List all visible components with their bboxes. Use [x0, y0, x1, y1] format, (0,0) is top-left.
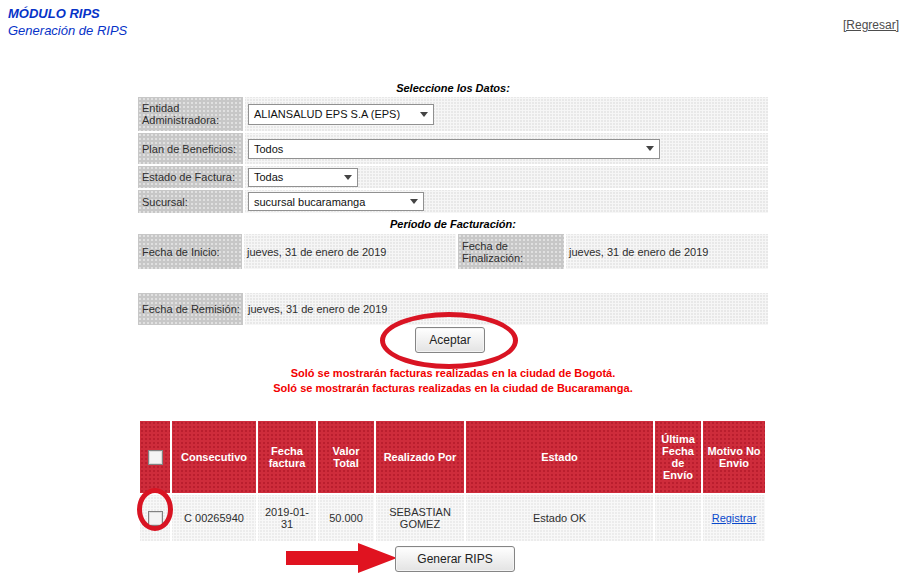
- estado-select[interactable]: Todas: [248, 168, 358, 187]
- col-header-realizado-por: Realizado Por: [376, 421, 464, 493]
- fecha-inicio-value[interactable]: jueves, 31 de enero de 2019: [244, 234, 456, 269]
- fecha-inicio-label: Fecha de Inicio:: [138, 234, 242, 269]
- back-link[interactable]: [Regresar]: [843, 18, 899, 32]
- cell-realizado-por: SEBASTIAN GOMEZ: [376, 495, 464, 541]
- form-row-plan: Plan de Beneficios: Todos: [138, 133, 768, 164]
- col-header-consecutivo: Consecutivo: [172, 421, 256, 493]
- form-row-sucursal: Sucursal: sucursal bucaramanga: [138, 190, 768, 213]
- sucursal-label: Sucursal:: [138, 190, 243, 213]
- section-title: Seleccione los Datos:: [138, 82, 768, 94]
- form-row-estado: Estado de Factura: Todas: [138, 166, 768, 188]
- row-checkbox[interactable]: [148, 511, 163, 526]
- plan-select[interactable]: Todos: [248, 139, 660, 159]
- page-title: MÓDULO RIPS: [8, 6, 100, 21]
- sucursal-field-cell: sucursal bucaramanga: [245, 190, 768, 213]
- entidad-field-cell: ALIANSALUD EPS S.A (EPS): [245, 97, 768, 131]
- entidad-select-value: ALIANSALUD EPS S.A (EPS): [254, 108, 400, 120]
- row-checkbox-cell: [140, 495, 170, 541]
- select-all-header-cell: [140, 421, 170, 493]
- cell-ultima-fecha-envio: [655, 495, 701, 541]
- sucursal-select-value: sucursal bucaramanga: [254, 196, 365, 208]
- chevron-down-icon: [420, 112, 428, 117]
- cell-consecutivo: C 00265940: [172, 495, 256, 541]
- cell-fecha-factura: 2019-01-31: [258, 495, 316, 541]
- sucursal-select[interactable]: sucursal bucaramanga: [248, 192, 424, 211]
- chevron-down-icon: [646, 146, 654, 151]
- spacer: [138, 271, 768, 293]
- chevron-down-icon: [410, 199, 418, 204]
- estado-field-cell: Todas: [245, 166, 768, 188]
- cell-estado: Estado OK: [466, 495, 653, 541]
- plan-select-value: Todos: [254, 143, 283, 155]
- select-all-checkbox[interactable]: [148, 450, 163, 465]
- rips-generation-page: MÓDULO RIPS Generación de RIPS [Regresar…: [0, 0, 907, 578]
- warning-messages: Soló se mostrarán facturas realizadas en…: [108, 366, 798, 396]
- red-arrow-annotation: [286, 542, 398, 574]
- col-header-estado: Estado: [466, 421, 653, 493]
- table-header-row: Consecutivo Fecha factura Valor Total Re…: [140, 421, 765, 493]
- table-row: C 00265940 2019-01-31 50.000 SEBASTIAN G…: [140, 495, 765, 541]
- entidad-label: Entidad Administradora:: [138, 97, 243, 131]
- registrar-link[interactable]: Registrar: [712, 512, 757, 524]
- aceptar-button[interactable]: Aceptar: [415, 327, 485, 353]
- chevron-down-icon: [344, 175, 352, 180]
- warning-line-1: Soló se mostrarán facturas realizadas en…: [108, 366, 798, 381]
- fecha-remision-label: Fecha de Remisión:: [138, 293, 243, 325]
- form-row-fechas: Fecha de Inicio: jueves, 31 de enero de …: [138, 234, 768, 269]
- col-header-fecha-factura: Fecha factura: [258, 421, 316, 493]
- cell-motivo-no-envio: Registrar: [703, 495, 765, 541]
- fecha-finalizacion-label: Fecha de Finalización:: [458, 234, 564, 269]
- estado-select-value: Todas: [254, 171, 283, 183]
- plan-label: Plan de Beneficios:: [138, 133, 243, 164]
- col-header-ultima-fecha-envio: Última Fecha de Envío: [655, 421, 701, 493]
- estado-factura-label: Estado de Factura:: [138, 166, 243, 188]
- col-header-valor-total: Valor Total: [318, 421, 374, 493]
- cell-valor-total: 50.000: [318, 495, 374, 541]
- col-header-motivo-no-envio: Motivo No Envio: [703, 421, 765, 493]
- warning-line-2: Soló se mostrarán facturas realizadas en…: [108, 381, 798, 396]
- entidad-select[interactable]: ALIANSALUD EPS S.A (EPS): [248, 104, 434, 125]
- form-row-remision: Fecha de Remisión: jueves, 31 de enero d…: [138, 293, 768, 325]
- filters-form: Entidad Administradora: ALIANSALUD EPS S…: [138, 97, 768, 327]
- page-subtitle: Generación de RIPS: [8, 23, 127, 38]
- fecha-remision-value[interactable]: jueves, 31 de enero de 2019: [245, 293, 768, 325]
- generar-rips-button[interactable]: Generar RIPS: [395, 546, 515, 572]
- plan-field-cell: Todos: [245, 133, 768, 164]
- period-section-title: Período de Facturación:: [138, 215, 768, 232]
- form-row-entidad: Entidad Administradora: ALIANSALUD EPS S…: [138, 97, 768, 131]
- invoices-table: Consecutivo Fecha factura Valor Total Re…: [138, 419, 767, 543]
- fecha-finalizacion-value[interactable]: jueves, 31 de enero de 2019: [566, 234, 768, 269]
